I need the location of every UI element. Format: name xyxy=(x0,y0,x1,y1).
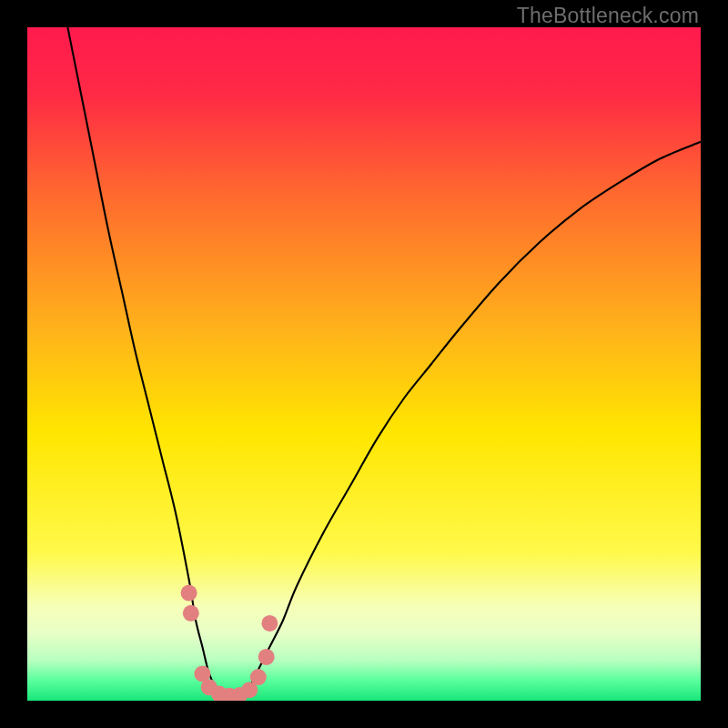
marker-dot xyxy=(261,615,278,632)
chart-frame: TheBottleneck.com xyxy=(0,0,728,728)
marker-dot xyxy=(258,649,275,665)
watermark-text: TheBottleneck.com xyxy=(517,4,699,28)
marker-dot xyxy=(250,669,267,685)
gradient-background xyxy=(27,27,701,701)
chart-svg xyxy=(27,27,701,701)
marker-dot xyxy=(181,585,197,602)
plot-area xyxy=(27,27,701,701)
marker-dot xyxy=(183,605,199,622)
